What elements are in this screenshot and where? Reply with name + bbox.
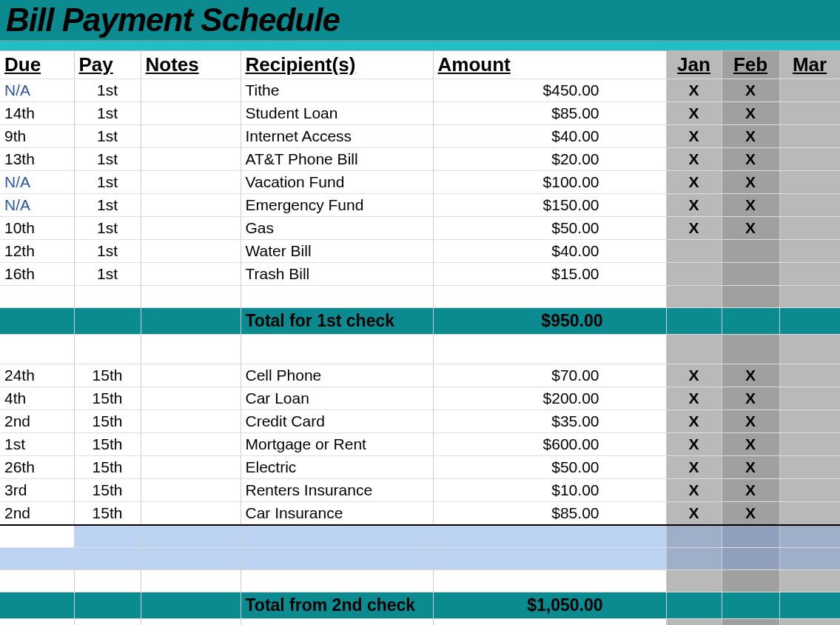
cell-feb[interactable]: X (722, 456, 779, 479)
table-row[interactable]: 12th 1st Water Bill $40.00 (0, 240, 840, 263)
cell-pay[interactable]: 1st (74, 79, 141, 102)
cell-recipient[interactable]: Water Bill (241, 240, 433, 263)
cell-pay[interactable]: 15th (74, 410, 141, 433)
cell-recipient[interactable]: Student Loan (241, 102, 433, 125)
cell-pay[interactable]: 15th (74, 433, 141, 456)
cell-recipient[interactable]: Car Insurance (241, 502, 433, 526)
cell-due[interactable]: N/A (0, 79, 74, 102)
cell-jan[interactable] (666, 240, 722, 263)
cell-pay[interactable]: 15th (74, 456, 141, 479)
cell-due[interactable]: 16th (0, 263, 74, 286)
cell-amount[interactable]: $450.00 (433, 79, 666, 102)
cell-jan[interactable]: X (666, 194, 722, 217)
cell-pay[interactable]: 15th (74, 502, 141, 526)
cell-mar[interactable] (779, 217, 840, 240)
selected-row[interactable] (0, 525, 840, 547)
cell-feb[interactable]: X (722, 102, 779, 125)
cell-due[interactable]: 2nd (0, 410, 74, 433)
col-pay[interactable]: Pay (74, 51, 141, 79)
cell-due[interactable]: 2nd (0, 502, 74, 526)
table-row[interactable]: 2nd 15th Credit Card $35.00 X X (0, 410, 840, 433)
cell-due[interactable]: 4th (0, 387, 74, 410)
cell-feb[interactable]: X (722, 217, 779, 240)
cell-notes[interactable] (141, 148, 241, 171)
table-row[interactable]: 13th 1st AT&T Phone Bill $20.00 X X (0, 148, 840, 171)
cell-amount[interactable]: $150.00 (433, 194, 666, 217)
table-row[interactable]: 2nd 15th Car Insurance $85.00 X X (0, 502, 840, 526)
cell-due[interactable]: 14th (0, 102, 74, 125)
cell-amount[interactable]: $70.00 (433, 364, 666, 387)
col-feb[interactable]: Feb (722, 51, 779, 79)
cell-amount[interactable]: $10.00 (433, 479, 666, 502)
col-amount[interactable]: Amount (433, 51, 666, 79)
cell-jan[interactable]: X (666, 456, 722, 479)
col-recipient[interactable]: Recipient(s) (241, 51, 433, 79)
cell-pay[interactable]: 15th (74, 364, 141, 387)
cell-mar[interactable] (779, 364, 840, 387)
cell-recipient[interactable]: Renters Insurance (241, 479, 433, 502)
cell-amount[interactable]: $15.00 (433, 263, 666, 286)
table-row[interactable]: 4th 15th Car Loan $200.00 X X (0, 387, 840, 410)
cell-pay[interactable]: 1st (74, 125, 141, 148)
cell-amount[interactable]: $40.00 (433, 240, 666, 263)
cell-recipient[interactable]: Gas (241, 217, 433, 240)
cell-feb[interactable] (722, 240, 779, 263)
cell-pay[interactable]: 1st (74, 194, 141, 217)
cell-feb[interactable]: X (722, 364, 779, 387)
cell-notes[interactable] (141, 171, 241, 194)
cell-recipient[interactable]: Electric (241, 456, 433, 479)
cell-due[interactable]: 12th (0, 240, 74, 263)
table-row[interactable]: N/A 1st Tithe $450.00 X X (0, 79, 840, 102)
table-row[interactable]: 10th 1st Gas $50.00 X X (0, 217, 840, 240)
cell-pay[interactable]: 1st (74, 102, 141, 125)
cell-notes[interactable] (141, 217, 241, 240)
cell-amount[interactable]: $20.00 (433, 148, 666, 171)
selected-row[interactable] (0, 547, 840, 569)
cell-amount[interactable]: $100.00 (433, 171, 666, 194)
cell-jan[interactable]: X (666, 125, 722, 148)
cell-mar[interactable] (779, 79, 840, 102)
cell-jan[interactable]: X (666, 502, 722, 526)
table-row[interactable]: 1st 15th Mortgage or Rent $600.00 X X (0, 433, 840, 456)
cell-feb[interactable]: X (722, 479, 779, 502)
cell-mar[interactable] (779, 263, 840, 286)
cell-due[interactable]: 13th (0, 148, 74, 171)
table-row[interactable]: N/A 1st Vacation Fund $100.00 X X (0, 171, 840, 194)
cell-mar[interactable] (779, 102, 840, 125)
table-row[interactable]: N/A 1st Emergency Fund $150.00 X X (0, 194, 840, 217)
cell-pay[interactable]: 1st (74, 240, 141, 263)
cell-mar[interactable] (779, 148, 840, 171)
cell-pay[interactable]: 15th (74, 479, 141, 502)
table-row[interactable]: 14th 1st Student Loan $85.00 X X (0, 102, 840, 125)
cell-notes[interactable] (141, 263, 241, 286)
col-due[interactable]: Due (0, 51, 74, 79)
cell-recipient[interactable]: Emergency Fund (241, 194, 433, 217)
cell-feb[interactable]: X (722, 433, 779, 456)
cell-jan[interactable]: X (666, 148, 722, 171)
cell-mar[interactable] (779, 194, 840, 217)
cell-due[interactable]: 9th (0, 125, 74, 148)
cell-mar[interactable] (779, 171, 840, 194)
cell-feb[interactable] (722, 263, 779, 286)
cell-notes[interactable] (141, 456, 241, 479)
cell-pay[interactable]: 15th (74, 387, 141, 410)
cell-mar[interactable] (779, 125, 840, 148)
cell-mar[interactable] (779, 387, 840, 410)
cell-feb[interactable]: X (722, 502, 779, 526)
cell-amount[interactable]: $50.00 (433, 456, 666, 479)
cell-jan[interactable]: X (666, 79, 722, 102)
cell-amount[interactable]: $600.00 (433, 433, 666, 456)
cell-recipient[interactable]: Credit Card (241, 410, 433, 433)
cell-notes[interactable] (141, 364, 241, 387)
cell-notes[interactable] (141, 479, 241, 502)
cell-due[interactable]: 1st (0, 433, 74, 456)
cell-notes[interactable] (141, 502, 241, 526)
table-row[interactable]: 26th 15th Electric $50.00 X X (0, 456, 840, 479)
cell-due[interactable]: N/A (0, 194, 74, 217)
cell-mar[interactable] (779, 479, 840, 502)
cell-jan[interactable]: X (666, 433, 722, 456)
cell-amount[interactable]: $50.00 (433, 217, 666, 240)
table-row[interactable]: 24th 15th Cell Phone $70.00 X X (0, 364, 840, 387)
col-mar[interactable]: Mar (779, 51, 840, 79)
cell-jan[interactable]: X (666, 479, 722, 502)
